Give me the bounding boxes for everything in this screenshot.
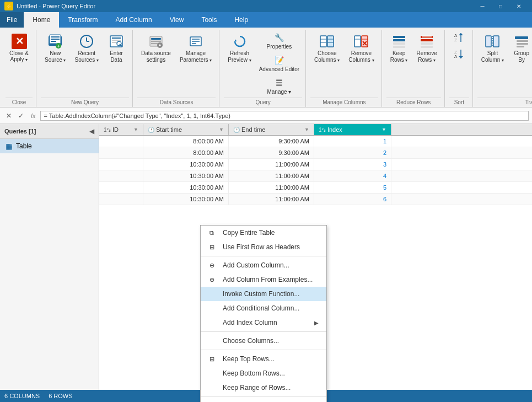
svg-rect-35 xyxy=(362,36,368,47)
svg-rect-13 xyxy=(112,37,121,39)
ctx-keep-top[interactable]: ⊞ Keep Top Rows... xyxy=(201,352,326,366)
ctx-add-col-examples[interactable]: ⊕ Add Column From Examples... xyxy=(201,272,326,287)
formula-input[interactable] xyxy=(40,111,529,121)
col-header-start-time[interactable]: 🕐 Start time ▼ xyxy=(143,124,229,135)
col-header-index[interactable]: 1²₃ Index ▼ xyxy=(314,124,391,135)
table-row[interactable]: 10:30:00 AM 11:00:00 AM 5 xyxy=(99,182,532,194)
ctx-sep-3 xyxy=(201,350,326,350)
advanced-editor-icon: 📝 xyxy=(273,54,285,66)
tab-tools[interactable]: Tools xyxy=(192,12,225,28)
table-row[interactable]: 10:30:00 AM 11:00:00 AM 6 xyxy=(99,194,532,205)
maximize-button[interactable]: □ xyxy=(492,0,509,12)
cell-start-1: 8:00:00 AM xyxy=(143,136,229,147)
manage-button[interactable]: ☰ Manage ▾ xyxy=(256,75,302,97)
col-end-sort[interactable]: ▼ xyxy=(304,127,309,132)
cell-end-5: 11:00:00 AM xyxy=(229,182,314,193)
col-end-type-icon: 🕐 xyxy=(233,127,240,133)
transform-buttons: SplitColumn ▾ GroupBy D xyxy=(477,30,532,97)
group-by-button[interactable]: GroupBy xyxy=(509,30,532,66)
tab-home[interactable]: Home xyxy=(24,12,59,28)
cell-start-4: 10:30:00 AM xyxy=(143,170,229,181)
ctx-add-custom-col[interactable]: ⊕ Add Custom Column... xyxy=(201,258,326,272)
svg-rect-63 xyxy=(517,46,524,47)
ctx-use-first-row[interactable]: ⊞ Use First Row as Headers xyxy=(201,240,326,254)
tab-transform[interactable]: Transform xyxy=(59,12,106,28)
table-row[interactable]: 8:00:00 AM 9:30:00 AM 2 xyxy=(99,147,532,159)
properties-button[interactable]: 🔧 Properties xyxy=(256,30,302,51)
recent-sources-label: RecentSources ▾ xyxy=(74,50,98,63)
formula-cancel-button[interactable]: ✕ xyxy=(3,110,14,121)
enter-data-button[interactable]: EnterData xyxy=(104,30,129,66)
ctx-copy-table[interactable]: ⧉ Copy Entire Table xyxy=(201,226,326,240)
ctx-add-custom-col-label: Add Custom Column... xyxy=(223,261,289,269)
fx-label: fx xyxy=(29,112,38,119)
ctx-keep-dupes[interactable]: Keep Duplicates xyxy=(201,399,326,402)
ctx-add-conditional[interactable]: Add Conditional Column... xyxy=(201,301,326,315)
use-first-row-icon: ⊞ xyxy=(206,242,217,253)
svg-rect-5 xyxy=(51,39,60,40)
split-column-label: SplitColumn ▾ xyxy=(481,50,504,63)
collapse-panel-button[interactable]: ◀ xyxy=(89,127,94,135)
ctx-add-index-label: Add Index Column xyxy=(223,319,277,326)
keep-rows-button[interactable]: KeepRows ▾ xyxy=(386,30,412,66)
split-column-button[interactable]: SplitColumn ▾ xyxy=(477,30,508,66)
ribbon-group-manage-columns: ChooseColumns ▾ RemoveColumns ▾ xyxy=(307,30,382,107)
queries-title: Queries [1] xyxy=(4,128,36,135)
col-header-end-time[interactable]: 🕐 End time ▼ xyxy=(229,124,314,135)
data-source-settings-button[interactable]: Data sourcesettings xyxy=(137,30,175,66)
advanced-editor-button[interactable]: 📝 Advanced Editor xyxy=(256,52,302,74)
svg-rect-20 xyxy=(151,41,161,42)
cell-start-2: 8:00:00 AM xyxy=(143,147,229,158)
close-apply-button[interactable]: ✕ Close &Apply ▾ xyxy=(6,30,33,66)
col-index-sort[interactable]: ▼ xyxy=(381,127,386,132)
ribbon: ✕ Close &Apply ▾ Close xyxy=(0,28,532,108)
sort-desc-button[interactable]: Z A xyxy=(449,46,469,62)
close-apply-icon: ✕ xyxy=(10,33,28,50)
ctx-keep-range[interactable]: Keep Range of Rows... xyxy=(201,380,326,395)
queries-panel: Queries [1] ◀ ▦ Table xyxy=(0,124,99,402)
col-start-sort[interactable]: ▼ xyxy=(219,127,224,132)
formula-buttons: ✕ ✓ xyxy=(3,110,26,121)
data-sources-group-label: Data Sources xyxy=(137,98,216,107)
tab-add-column[interactable]: Add Column xyxy=(107,12,161,28)
table-row[interactable]: 8:00:00 AM 9:30:00 AM 1 xyxy=(99,136,532,147)
table-row[interactable]: 10:30:00 AM 11:00:00 AM 3 xyxy=(99,159,532,170)
choose-columns-button[interactable]: ChooseColumns ▾ xyxy=(310,30,343,66)
transform-group-label: Transform xyxy=(477,98,532,107)
remove-columns-button[interactable]: RemoveColumns ▾ xyxy=(345,30,378,66)
query-group-label: Query xyxy=(224,98,302,107)
tab-view[interactable]: View xyxy=(161,12,193,28)
formula-apply-button[interactable]: ✓ xyxy=(15,110,26,121)
svg-rect-41 xyxy=(393,39,405,41)
ctx-sep-4 xyxy=(201,396,326,397)
ctx-invoke-custom[interactable]: Invoke Custom Function... xyxy=(201,287,326,301)
ribbon-content: ✕ Close &Apply ▾ Close xyxy=(0,28,532,107)
ctx-keep-bottom[interactable]: Keep Bottom Rows... xyxy=(201,366,326,380)
app-title: Untitled - Power Query Editor xyxy=(17,3,474,9)
svg-rect-29 xyxy=(327,36,334,47)
minimize-button[interactable]: ─ xyxy=(474,0,491,12)
cell-start-3: 10:30:00 AM xyxy=(143,159,229,170)
refresh-preview-label: RefreshPreview ▾ xyxy=(228,50,251,63)
window-close-button[interactable]: ✕ xyxy=(510,0,528,12)
new-source-button[interactable]: + NewSource ▾ xyxy=(41,30,69,66)
remove-rows-button[interactable]: RemoveRows ▾ xyxy=(413,30,441,66)
refresh-preview-button[interactable]: RefreshPreview ▾ xyxy=(224,30,255,66)
sort-asc-button[interactable]: A Z xyxy=(449,30,469,45)
ctx-add-col-examples-label: Add Column From Examples... xyxy=(223,276,313,283)
ribbon-group-close: ✕ Close &Apply ▾ Close xyxy=(2,30,36,107)
tab-file[interactable]: File xyxy=(0,12,24,28)
recent-sources-button[interactable]: RecentSources ▾ xyxy=(71,30,102,66)
tab-help[interactable]: Help xyxy=(225,12,257,28)
ctx-choose-cols[interactable]: Choose Columns... xyxy=(201,334,326,348)
remove-columns-icon xyxy=(352,33,370,50)
manage-parameters-icon xyxy=(187,33,205,50)
cell-end-4: 11:00:00 AM xyxy=(229,170,314,181)
remove-columns-label: RemoveColumns ▾ xyxy=(348,50,374,63)
col-id-sort[interactable]: ▼ xyxy=(133,127,138,132)
query-item-table[interactable]: ▦ Table xyxy=(0,139,99,153)
manage-parameters-button[interactable]: ManageParameters ▾ xyxy=(176,30,216,66)
table-row[interactable]: 10:30:00 AM 11:00:00 AM 4 xyxy=(99,170,532,182)
ctx-add-index[interactable]: Add Index Column ▶ xyxy=(201,315,326,330)
col-header-id[interactable]: 1²₃ ID ▼ xyxy=(99,124,143,135)
